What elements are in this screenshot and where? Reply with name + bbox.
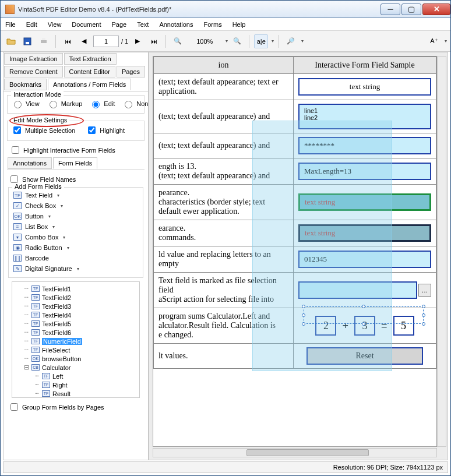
tree-item-browsebutton[interactable]: ┈OKbrowseButton: [15, 354, 137, 363]
text-field[interactable]: MaxLength=13: [298, 163, 431, 180]
save-icon[interactable]: [20, 34, 34, 48]
tree-item-left[interactable]: ┈TFLeft: [15, 372, 137, 380]
tab-remove-content[interactable]: Remove Content: [4, 66, 63, 77]
tab-pages[interactable]: Pages: [117, 66, 145, 77]
menubar: File Edit View Document Page Text Annota…: [1, 18, 450, 31]
zoom-in-icon[interactable]: 🔍: [230, 34, 244, 48]
tree-item-textfield4[interactable]: ┈TFTextField4: [15, 311, 137, 319]
nav-next-icon[interactable]: ▶: [131, 34, 145, 48]
menu-view[interactable]: View: [48, 21, 62, 28]
svg-rect-2: [41, 40, 47, 43]
tree-item-textfield5[interactable]: ┈TFTextField5: [15, 319, 137, 328]
radio-edit[interactable]: [92, 101, 100, 108]
tree-item-fileselect[interactable]: ┈TFFileSelect: [15, 345, 137, 354]
row-field: ********: [294, 133, 436, 158]
tree-item-right[interactable]: ┈TFRight: [15, 380, 137, 389]
nav-prev-icon[interactable]: ◀: [77, 34, 91, 48]
tab-bookmarks[interactable]: Bookmarks: [4, 79, 47, 90]
checkbox-highlight-interactive[interactable]: [12, 146, 19, 154]
minimize-button[interactable]: ─: [380, 3, 400, 15]
zoom-out-icon[interactable]: 🔍: [171, 34, 185, 48]
tab-form-fields-sub[interactable]: Form Fields: [53, 157, 97, 169]
menu-help[interactable]: Help: [232, 21, 246, 28]
pdf-page: ion Interactive Form Field Sample (text;…: [153, 56, 437, 447]
row-desc: earance.commands.: [154, 220, 294, 246]
checkbox-group-by-pages[interactable]: [10, 403, 18, 411]
find-icon[interactable]: 🔎: [284, 34, 298, 48]
reset-button[interactable]: Reset: [306, 347, 423, 365]
row-desc: (text; text default appearance) and: [154, 100, 294, 133]
add-form-fields-group: Add Form Fields TFText Field▾ ✓Check Box…: [8, 187, 143, 278]
tree-item-textfield1[interactable]: ┈TFTextField1: [15, 284, 137, 293]
add-radio-button[interactable]: ◉Radio Button▾: [12, 242, 139, 253]
tab-content-editor[interactable]: Content Editor: [64, 66, 115, 77]
text-select-icon[interactable]: a|e: [254, 34, 268, 48]
interaction-mode-legend: Interaction Mode: [11, 91, 64, 98]
selection-handles[interactable]: [304, 306, 424, 324]
multiline-text-field[interactable]: line1line2: [298, 104, 431, 129]
radio-view[interactable]: [14, 101, 22, 108]
add-text-field[interactable]: TFText Field▾: [12, 190, 139, 200]
tree-item-calculator[interactable]: ⊟CBCalculator: [15, 363, 137, 372]
checkbox-multiple-selection[interactable]: [13, 126, 21, 134]
maximize-button[interactable]: ▢: [401, 3, 421, 15]
row-desc: (text; text default appearance; text er …: [154, 74, 294, 100]
tab-image-extraction[interactable]: Image Extraction: [4, 53, 63, 65]
add-barcode[interactable]: ║║Barcode: [12, 253, 139, 263]
row-field: …: [294, 273, 436, 308]
field-tree[interactable]: ┈TFTextField1┈TFTextField2┈TFTextField3┈…: [12, 281, 140, 398]
tab-annotations-form-fields[interactable]: Annotations / Form Fields: [48, 79, 131, 90]
styled-text-field[interactable]: text string: [298, 224, 431, 242]
tree-item-textfield2[interactable]: ┈TFTextField2: [15, 293, 137, 302]
toolbar: ⏮ ◀ / 1 ▶ ⏭ 🔍 100%▾ 🔍 a|e▾ 🔎▾ A⁺▾: [1, 31, 450, 52]
text-field[interactable]: ********: [298, 137, 431, 154]
tree-item-textfield6[interactable]: ┈TFTextField6: [15, 328, 137, 337]
document-viewport[interactable]: ion Interactive Form Field Sample (text;…: [149, 52, 448, 460]
menu-document[interactable]: Document: [72, 21, 101, 28]
browse-button[interactable]: …: [418, 284, 431, 297]
menu-page[interactable]: Page: [112, 21, 127, 28]
row-field: MaxLength=13: [294, 158, 436, 185]
close-button[interactable]: ✕: [422, 3, 450, 15]
menu-annotations[interactable]: Annotations: [159, 21, 193, 28]
nav-last-icon[interactable]: ⏭: [147, 34, 161, 48]
nav-first-icon[interactable]: ⏮: [61, 34, 75, 48]
open-icon[interactable]: [4, 34, 18, 48]
radio-none[interactable]: [125, 101, 132, 108]
vertical-scrollbar[interactable]: [437, 56, 446, 447]
numeric-field[interactable]: 012345: [298, 251, 431, 268]
page-number-input[interactable]: [93, 36, 119, 47]
titlebar: VintaSoft PDF Editor Demo v8.4 - (PdfTex…: [1, 1, 450, 18]
text-field[interactable]: text string: [298, 78, 431, 96]
tree-item-result[interactable]: ┈TFResult: [15, 389, 137, 398]
tab-annotations-sub[interactable]: Annotations: [8, 157, 52, 169]
add-check-box[interactable]: ✓Check Box▾: [12, 200, 139, 211]
add-digital-signature[interactable]: ✎Digital Signature▾: [12, 263, 139, 274]
row-desc: ld value and replacing letters to an emp…: [154, 246, 294, 273]
window-title: VintaSoft PDF Editor Demo v8.4 - (PdfTex…: [18, 6, 379, 13]
print-icon[interactable]: [37, 34, 51, 48]
tab-text-extraction[interactable]: Text Extraction: [64, 53, 117, 65]
row-field: 012345: [294, 246, 436, 273]
add-combo-box[interactable]: ▾Combo Box▾: [12, 232, 139, 242]
row-desc: program sums Calculator.Left andalculato…: [154, 308, 294, 344]
add-list-box[interactable]: ≡List Box▾: [12, 221, 139, 232]
styled-text-field[interactable]: text string: [298, 193, 431, 211]
horizontal-scrollbar[interactable]: [153, 448, 437, 457]
menu-file[interactable]: File: [5, 21, 16, 28]
checkbox-show-field-names[interactable]: [10, 175, 18, 183]
checkbox-highlight[interactable]: [88, 126, 96, 134]
tree-item-numericfield[interactable]: ┈TFNumericField: [15, 337, 137, 345]
main-area: Image Extraction Text Extraction Remove …: [3, 52, 448, 460]
file-select-field[interactable]: [298, 281, 417, 299]
menu-text[interactable]: Text: [137, 21, 149, 28]
radio-markup[interactable]: [50, 101, 57, 108]
tool-icon[interactable]: A⁺: [427, 34, 441, 48]
add-button[interactable]: OKButton▾: [12, 211, 139, 221]
svg-rect-3: [42, 38, 45, 40]
page-total: / 1: [121, 38, 128, 45]
tree-item-textfield3[interactable]: ┈TFTextField3: [15, 302, 137, 311]
zoom-level[interactable]: 100%: [187, 38, 222, 45]
menu-edit[interactable]: Edit: [26, 21, 37, 28]
menu-forms[interactable]: Forms: [204, 21, 222, 28]
